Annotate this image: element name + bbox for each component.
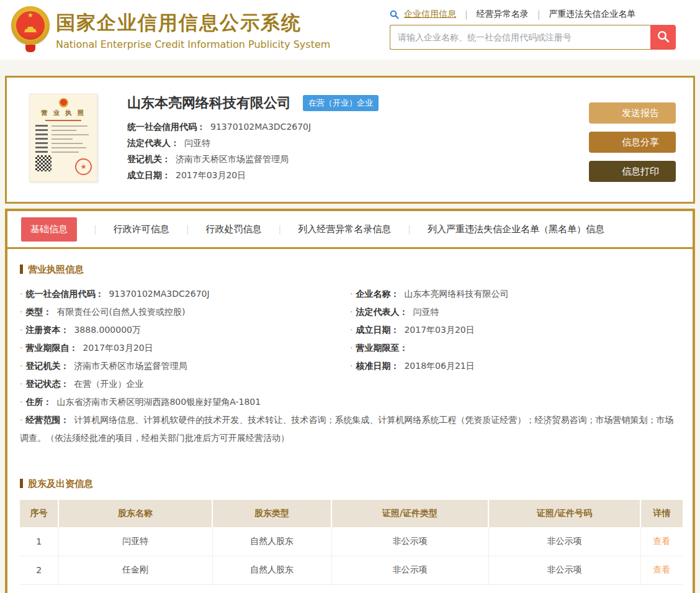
tab-administrative-licensing[interactable]: 行政许可信息	[114, 224, 169, 235]
table-row: 1 闫亚特 自然人股东 非公示项 非公示项 查看	[20, 527, 683, 556]
emblem-stars-icon: ★	[10, 12, 51, 19]
field-registry: ·登记机关：济南市天桥区市场监督管理局	[20, 357, 350, 375]
license-emblem-icon	[59, 98, 68, 107]
field-address: ·住所：山东省济南市天桥区明湖西路800银座好望角A-1801	[20, 393, 350, 411]
site-title: 国家企业信用信息公示系统	[56, 10, 330, 36]
col-header-cert-no: 证照/证件号码	[488, 500, 640, 527]
card-field-credit-code: 统一社会信用代码：91370102MA3DC2670J	[127, 119, 589, 135]
field-legal-rep: ·法定代表人：闫亚特	[350, 303, 680, 321]
tab-administrative-penalty[interactable]: 行政处罚信息	[205, 224, 261, 235]
view-detail-link[interactable]: 查看	[653, 564, 670, 574]
col-header-shareholder-name: 股东名称	[58, 500, 212, 527]
field-term-from: ·营业期限自：2017年03月20日	[20, 339, 350, 357]
license-qr-code	[35, 155, 52, 171]
tab-abnormal-operations-list[interactable]: 列入经营异常名录信息	[298, 224, 391, 235]
detail-tabs: 基础信息 | 行政许可信息 | 行政处罚信息 | 列入经营异常名录信息 | 列入…	[7, 211, 693, 247]
field-company-name: ·企业名称：山东本亮网络科技有限公司	[350, 285, 680, 303]
company-name: 山东本亮网络科技有限公司	[127, 95, 291, 111]
nav-link-abnormal-operations[interactable]: 经营异常名录	[477, 9, 529, 20]
field-business-scope: ·经营范围：计算机网络信息、计算机软硬件的技术开发、技术转让、技术咨询；系统集成…	[20, 411, 680, 447]
field-term-to: ·营业期限至：	[350, 339, 680, 357]
detail-panel: 基础信息 | 行政许可信息 | 行政处罚信息 | 列入经营异常名录信息 | 列入…	[5, 209, 695, 593]
col-header-shareholder-type: 股东类型	[212, 500, 331, 527]
license-info-section-title: 营业执照信息	[20, 264, 680, 276]
col-header-detail: 详情	[640, 500, 683, 527]
section-marker-icon	[20, 265, 23, 274]
license-red-seal-icon: ★	[73, 156, 93, 176]
tab-basic-info[interactable]: 基础信息	[21, 217, 77, 242]
search-icon	[657, 30, 670, 45]
status-badge: 在营（开业）企业	[303, 95, 379, 111]
field-established-date: ·成立日期：2017年03月20日	[350, 321, 680, 339]
business-license-image: 营 业 执 照 ★	[29, 94, 97, 182]
search-input[interactable]	[390, 25, 650, 50]
field-registration-status: ·登记状态：在营（开业）企业	[20, 375, 350, 393]
section-marker-icon	[20, 479, 23, 488]
print-info-button[interactable]: 信息打印	[589, 161, 676, 182]
col-header-cert-type: 证照/证件类型	[331, 500, 488, 527]
tab-blacklist[interactable]: 列入严重违法失信企业名单（黑名单）信息	[428, 224, 604, 235]
national-emblem-logo: ★	[10, 6, 51, 52]
field-approval-date: ·核准日期：2018年06月21日	[350, 357, 680, 375]
nav-link-enterprise-credit[interactable]: 企业信用信息	[404, 9, 456, 20]
nav-separator: |	[465, 9, 468, 19]
license-title: 营 业 执 照	[35, 109, 91, 117]
card-field-established: 成立日期：2017年03月20日	[127, 167, 589, 183]
table-header-row: 序号 股东名称 股东类型 证照/证件类型 证照/证件号码 详情	[20, 500, 683, 527]
card-field-legal-rep: 法定代表人：闫亚特	[127, 135, 589, 151]
card-field-registry: 登记机关：济南市天桥区市场监督管理局	[127, 151, 589, 167]
header-nav: 企业信用信息 | 经营异常名录 | 严重违法失信企业名单	[390, 9, 700, 20]
send-report-button[interactable]: 发送报告	[589, 102, 676, 124]
col-header-no: 序号	[20, 500, 58, 527]
license-info-fields: ·统一社会信用代码：91370102MA3DC2670J ·类型：有限责任公司(…	[20, 285, 680, 411]
nav-link-serious-violations[interactable]: 严重违法失信企业名单	[549, 9, 635, 20]
field-company-type: ·类型：有限责任公司(自然人投资或控股)	[20, 303, 350, 321]
nav-separator: |	[537, 9, 541, 19]
site-header: ★ 国家企业信用信息公示系统 National Enterprise Credi…	[0, 0, 700, 60]
company-summary-card: 营 业 执 照 ★ 山东本亮网络科技有限公司 在营（开业）企业 统一社会信用代码…	[5, 76, 695, 204]
shareholder-table: 序号 股东名称 股东类型 证照/证件类型 证照/证件号码 详情 1 闫亚特 自然…	[20, 500, 683, 585]
view-detail-link[interactable]: 查看	[653, 536, 670, 546]
tab-divider	[7, 247, 693, 249]
field-credit-code: ·统一社会信用代码：91370102MA3DC2670J	[20, 285, 350, 303]
search-icon	[390, 10, 399, 19]
table-row: 2 任金刚 自然人股东 非公示项 非公示项 查看	[20, 556, 683, 584]
shareholder-section-title: 股东及出资信息	[20, 478, 680, 490]
site-subtitle: National Enterprise Credit Information P…	[56, 38, 330, 50]
search-button[interactable]	[650, 25, 676, 50]
share-info-button[interactable]: 信息分享	[589, 132, 676, 153]
field-registered-capital: ·注册资本：3888.000000万	[20, 321, 350, 339]
